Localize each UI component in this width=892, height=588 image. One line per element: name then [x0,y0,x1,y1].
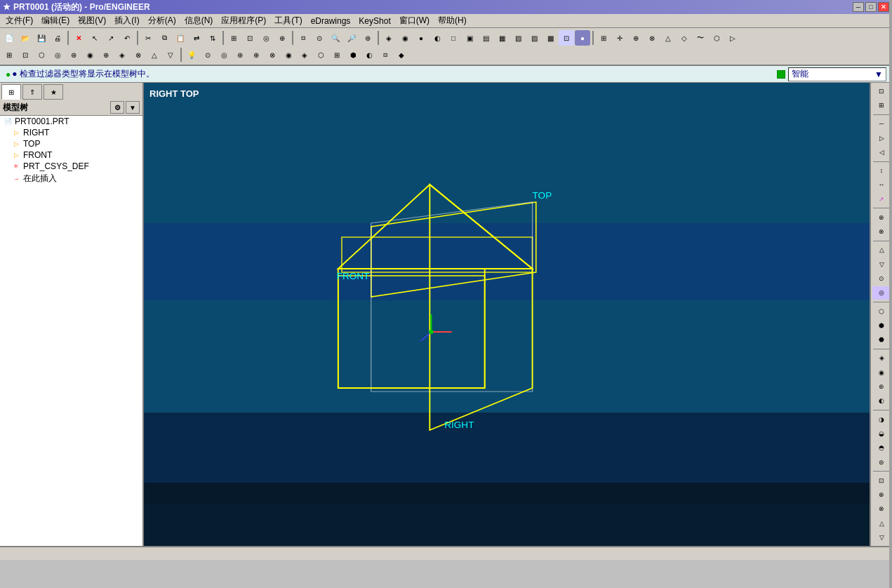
tb-plane[interactable]: △ [660,30,676,46]
rt-btn-14[interactable]: ◎ [872,286,891,300]
rt-btn-15[interactable]: ⬡ [872,305,891,318]
tb-mirror[interactable]: ⇄ [189,30,204,46]
tb-r18[interactable]: ◈ [297,47,312,62]
tb-r20[interactable]: ⊞ [329,47,345,62]
tb-view2[interactable]: ⊙ [312,30,327,46]
tb-shade4[interactable]: ◐ [430,30,445,46]
tb-shade1[interactable]: ◈ [381,30,397,46]
tree-settings-btn[interactable]: ⚙ [110,101,124,114]
tb-r15[interactable]: ⊕ [248,47,264,62]
tb-datum[interactable]: ⊗ [644,30,660,46]
tree-expand-btn[interactable]: ▼ [126,101,140,114]
smart-select-dropdown[interactable]: 智能 ▼ [788,67,886,81]
tb-r9[interactable]: ⊗ [131,47,146,62]
tb-tool2[interactable]: ⊡ [242,30,258,46]
tree-item-top[interactable]: ▷ TOP [8,138,142,149]
menu-edit[interactable]: 编辑(E) [37,13,74,28]
close-button[interactable]: ✕ [878,2,889,12]
rt-btn-3[interactable]: ─ [872,117,891,131]
menu-help[interactable]: 帮助(H) [434,13,471,28]
panel-tab-nav[interactable]: ⇑ [22,84,42,100]
tb-r24[interactable]: ◆ [394,47,409,62]
tb-r23[interactable]: ⧈ [378,47,393,62]
rt-btn-27[interactable]: ⊕ [872,488,891,501]
rt-btn-1[interactable]: ⊡ [872,84,891,98]
tb-r5[interactable]: ⊛ [66,47,81,62]
rt-btn-28[interactable]: ⊗ [872,502,891,516]
menu-window[interactable]: 窗口(W) [395,13,434,28]
tb-shade6[interactable]: ▣ [462,30,477,46]
tb-view3[interactable]: 🔍 [328,30,343,46]
tree-item-csys[interactable]: ✳ PRT_CSYS_DEF [8,161,142,172]
tb-tool3[interactable]: ◎ [258,30,274,46]
tb-edge[interactable]: ▷ [725,30,740,46]
tb-close[interactable]: ✕ [71,30,86,46]
tb-shade5[interactable]: □ [446,30,461,46]
tb-select[interactable]: ↖ [87,30,102,46]
tb-surface[interactable]: ⬡ [709,30,724,46]
rt-btn-13[interactable]: ⊙ [872,272,891,285]
tb-shade2[interactable]: ◉ [397,30,413,46]
tb-shade10[interactable]: ▨ [526,30,542,46]
tb-grid[interactable]: ⊞ [596,30,611,46]
tb-shade7[interactable]: ▤ [478,30,493,46]
menu-keyshot[interactable]: KeyShot [354,15,394,27]
tree-item-right[interactable]: ▷ RIGHT [8,127,142,138]
tb-shade3[interactable]: ● [413,30,429,46]
tb-r17[interactable]: ◉ [281,47,296,62]
minimize-button[interactable]: ─ [853,2,864,12]
menu-info[interactable]: 信息(N) [180,13,218,28]
tb-curve[interactable]: 〜 [693,30,708,46]
rt-btn-20[interactable]: ⊛ [872,380,891,393]
tb-undo[interactable]: ↶ [119,30,135,46]
tb-r13[interactable]: ◎ [216,47,232,62]
rt-btn-17[interactable]: ⬣ [872,333,891,347]
tb-r1[interactable]: ⊞ [1,47,17,62]
maximize-button[interactable]: □ [865,2,877,12]
menu-view[interactable]: 视图(V) [74,13,110,28]
tb-r14[interactable]: ⊛ [232,47,248,62]
tb-r4[interactable]: ◎ [50,47,65,62]
tb-r10[interactable]: △ [147,47,162,62]
tb-copy[interactable]: ⧉ [157,30,172,46]
menu-apps[interactable]: 应用程序(P) [217,13,270,28]
tb-arrow[interactable]: ↗ [103,30,119,46]
rt-btn-9[interactable]: ⊕ [872,211,891,224]
rt-btn-7[interactable]: ↔ [872,178,891,192]
tb-cut[interactable]: ✂ [140,30,156,46]
menu-analysis[interactable]: 分析(A) [144,13,180,28]
tree-item-front[interactable]: ▷ FRONT [8,149,142,161]
tb-r6[interactable]: ◉ [82,47,98,62]
tb-r2[interactable]: ⊡ [18,47,33,62]
tb-print[interactable]: 🖨 [50,30,65,46]
rt-btn-6[interactable]: ↕ [872,163,891,177]
tb-r22[interactable]: ◐ [361,47,377,62]
tb-shade9[interactable]: ▧ [510,30,526,46]
rt-btn-21[interactable]: ◐ [872,394,891,408]
rt-btn-18[interactable]: ◈ [872,352,891,365]
rt-btn-2[interactable]: ⊞ [872,98,891,112]
tb-axis[interactable]: ✛ [612,30,627,46]
viewport[interactable]: TOP FRONT RIGHT RIGHT TOP [144,83,870,546]
rt-btn-23[interactable]: ◒ [872,427,891,440]
panel-tab-fav[interactable]: ★ [44,84,63,100]
tree-item-insert[interactable]: → 在此插入 [8,172,142,185]
rt-btn-8[interactable]: ↗ [872,192,891,206]
tb-r16[interactable]: ⊗ [265,47,280,62]
tb-new[interactable]: 📄 [1,30,17,46]
tb-shade11[interactable]: ▩ [542,30,558,46]
panel-resize-handle[interactable] [889,0,892,588]
rt-btn-24[interactable]: ◓ [872,441,891,455]
rt-btn-11[interactable]: △ [872,243,891,257]
tb-light[interactable]: 💡 [184,47,199,62]
tb-open[interactable]: 📂 [18,30,33,46]
rt-btn-12[interactable]: ▽ [872,258,891,271]
rt-btn-22[interactable]: ◑ [872,413,891,426]
rt-btn-19[interactable]: ◉ [872,366,891,379]
tb-r8[interactable]: ◈ [114,47,130,62]
rt-btn-25[interactable]: ⊜ [872,455,891,469]
tb-r11[interactable]: ▽ [163,47,178,62]
menu-insert[interactable]: 插入(I) [110,13,143,28]
tb-r19[interactable]: ⬡ [313,47,328,62]
rt-btn-10[interactable]: ⊗ [872,225,891,239]
